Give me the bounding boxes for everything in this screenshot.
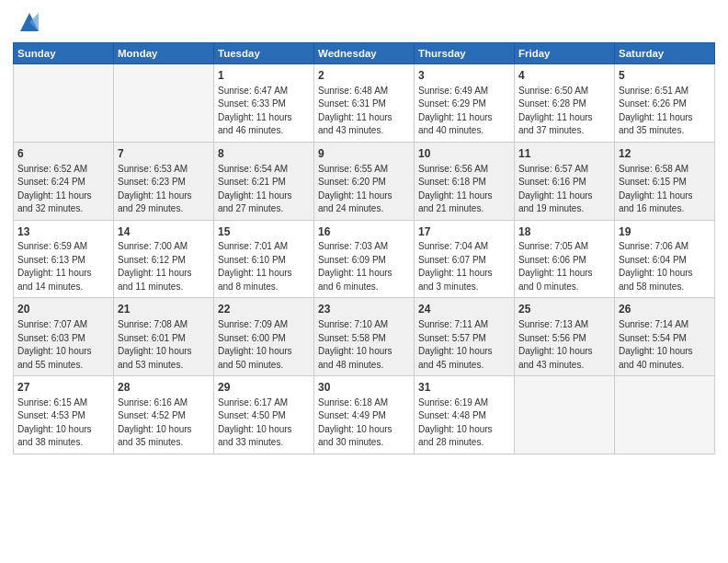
day-number: 25 — [518, 302, 610, 317]
calendar-header-row: SundayMondayTuesdayWednesdayThursdayFrid… — [14, 43, 715, 64]
day-number: 1 — [218, 68, 310, 84]
calendar-cell: 30Sunrise: 6:18 AM Sunset: 4:49 PM Dayli… — [314, 376, 415, 454]
calendar-cell: 4Sunrise: 6:50 AM Sunset: 6:28 PM Daylig… — [515, 64, 615, 143]
calendar-week-row: 20Sunrise: 7:07 AM Sunset: 6:03 PM Dayli… — [14, 298, 715, 376]
day-info: Sunrise: 6:19 AM Sunset: 4:48 PM Dayligh… — [418, 396, 510, 450]
day-number: 10 — [418, 146, 510, 162]
day-info: Sunrise: 7:07 AM Sunset: 6:03 PM Dayligh… — [17, 318, 109, 372]
day-info: Sunrise: 6:16 AM Sunset: 4:52 PM Dayligh… — [118, 396, 210, 450]
day-number: 2 — [318, 68, 410, 84]
day-number: 26 — [619, 302, 711, 317]
calendar-cell: 18Sunrise: 7:05 AM Sunset: 6:06 PM Dayli… — [515, 220, 615, 298]
calendar-cell: 5Sunrise: 6:51 AM Sunset: 6:26 PM Daylig… — [615, 64, 715, 143]
day-info: Sunrise: 6:51 AM Sunset: 6:26 PM Dayligh… — [619, 85, 711, 138]
day-number: 12 — [619, 146, 711, 162]
day-info: Sunrise: 7:10 AM Sunset: 5:58 PM Dayligh… — [318, 318, 410, 372]
day-header-tuesday: Tuesday — [214, 43, 314, 64]
calendar-cell: 21Sunrise: 7:08 AM Sunset: 6:01 PM Dayli… — [114, 298, 214, 376]
calendar-cell: 23Sunrise: 7:10 AM Sunset: 5:58 PM Dayli… — [314, 298, 415, 376]
day-number: 14 — [118, 224, 210, 240]
day-number: 16 — [318, 224, 410, 240]
day-header-saturday: Saturday — [615, 43, 715, 64]
calendar-cell: 12Sunrise: 6:58 AM Sunset: 6:15 PM Dayli… — [615, 142, 715, 220]
day-header-thursday: Thursday — [415, 43, 515, 64]
calendar-cell: 3Sunrise: 6:49 AM Sunset: 6:29 PM Daylig… — [415, 64, 515, 143]
day-info: Sunrise: 6:58 AM Sunset: 6:15 PM Dayligh… — [619, 163, 711, 216]
day-info: Sunrise: 6:18 AM Sunset: 4:49 PM Dayligh… — [318, 396, 410, 450]
calendar-cell: 11Sunrise: 6:57 AM Sunset: 6:16 PM Dayli… — [515, 142, 615, 220]
day-number: 23 — [318, 302, 410, 317]
calendar-cell: 29Sunrise: 6:17 AM Sunset: 4:50 PM Dayli… — [214, 376, 314, 454]
calendar-cell: 2Sunrise: 6:48 AM Sunset: 6:31 PM Daylig… — [314, 64, 415, 143]
day-number: 21 — [118, 302, 210, 317]
day-number: 28 — [118, 380, 210, 396]
day-number: 22 — [218, 302, 310, 317]
day-info: Sunrise: 7:05 AM Sunset: 6:06 PM Dayligh… — [518, 240, 610, 293]
calendar-cell: 15Sunrise: 7:01 AM Sunset: 6:10 PM Dayli… — [214, 220, 314, 298]
day-info: Sunrise: 6:47 AM Sunset: 6:33 PM Dayligh… — [218, 85, 310, 138]
day-info: Sunrise: 6:56 AM Sunset: 6:18 PM Dayligh… — [418, 163, 510, 216]
day-number: 15 — [218, 224, 310, 240]
header — [13, 9, 715, 35]
calendar-week-row: 6Sunrise: 6:52 AM Sunset: 6:24 PM Daylig… — [14, 142, 715, 220]
day-info: Sunrise: 6:15 AM Sunset: 4:53 PM Dayligh… — [17, 396, 109, 450]
calendar-cell: 8Sunrise: 6:54 AM Sunset: 6:21 PM Daylig… — [214, 142, 314, 220]
day-header-sunday: Sunday — [14, 43, 114, 64]
day-number: 9 — [318, 146, 410, 162]
day-info: Sunrise: 6:49 AM Sunset: 6:29 PM Dayligh… — [418, 85, 510, 138]
day-info: Sunrise: 6:50 AM Sunset: 6:28 PM Dayligh… — [518, 85, 610, 138]
calendar-cell — [615, 376, 715, 454]
day-info: Sunrise: 7:06 AM Sunset: 6:04 PM Dayligh… — [619, 240, 711, 293]
calendar-week-row: 27Sunrise: 6:15 AM Sunset: 4:53 PM Dayli… — [14, 376, 715, 454]
day-number: 8 — [218, 146, 310, 162]
day-number: 19 — [619, 224, 711, 240]
calendar-cell: 25Sunrise: 7:13 AM Sunset: 5:56 PM Dayli… — [515, 298, 615, 376]
day-info: Sunrise: 7:13 AM Sunset: 5:56 PM Dayligh… — [518, 318, 610, 372]
day-info: Sunrise: 6:52 AM Sunset: 6:24 PM Dayligh… — [17, 163, 109, 216]
calendar-cell: 26Sunrise: 7:14 AM Sunset: 5:54 PM Dayli… — [615, 298, 715, 376]
day-info: Sunrise: 6:57 AM Sunset: 6:16 PM Dayligh… — [518, 163, 610, 216]
logo — [13, 9, 42, 35]
calendar-cell: 27Sunrise: 6:15 AM Sunset: 4:53 PM Dayli… — [14, 376, 114, 454]
calendar-cell — [14, 64, 114, 143]
day-number: 30 — [318, 380, 410, 396]
calendar-week-row: 1Sunrise: 6:47 AM Sunset: 6:33 PM Daylig… — [14, 64, 715, 143]
calendar-cell: 22Sunrise: 7:09 AM Sunset: 6:00 PM Dayli… — [214, 298, 314, 376]
day-number: 20 — [17, 302, 109, 317]
calendar-cell: 19Sunrise: 7:06 AM Sunset: 6:04 PM Dayli… — [615, 220, 715, 298]
day-header-wednesday: Wednesday — [314, 43, 415, 64]
day-number: 24 — [418, 302, 510, 317]
day-number: 29 — [218, 380, 310, 396]
day-info: Sunrise: 6:54 AM Sunset: 6:21 PM Dayligh… — [218, 163, 310, 216]
day-number: 31 — [418, 380, 510, 396]
day-info: Sunrise: 6:53 AM Sunset: 6:23 PM Dayligh… — [118, 163, 210, 216]
calendar-cell: 28Sunrise: 6:16 AM Sunset: 4:52 PM Dayli… — [114, 376, 214, 454]
day-number: 4 — [518, 68, 610, 84]
calendar-cell: 24Sunrise: 7:11 AM Sunset: 5:57 PM Dayli… — [415, 298, 515, 376]
day-number: 13 — [17, 224, 109, 240]
calendar-cell: 20Sunrise: 7:07 AM Sunset: 6:03 PM Dayli… — [14, 298, 114, 376]
day-number: 18 — [518, 224, 610, 240]
calendar-cell: 17Sunrise: 7:04 AM Sunset: 6:07 PM Dayli… — [415, 220, 515, 298]
day-number: 11 — [518, 146, 610, 162]
day-info: Sunrise: 7:01 AM Sunset: 6:10 PM Dayligh… — [218, 240, 310, 293]
day-info: Sunrise: 7:09 AM Sunset: 6:00 PM Dayligh… — [218, 318, 310, 372]
day-number: 5 — [619, 68, 711, 84]
day-number: 27 — [17, 380, 109, 396]
day-header-monday: Monday — [114, 43, 214, 64]
day-info: Sunrise: 7:11 AM Sunset: 5:57 PM Dayligh… — [418, 318, 510, 372]
calendar-cell — [114, 64, 214, 143]
day-info: Sunrise: 7:00 AM Sunset: 6:12 PM Dayligh… — [118, 240, 210, 293]
calendar-cell: 1Sunrise: 6:47 AM Sunset: 6:33 PM Daylig… — [214, 64, 314, 143]
day-info: Sunrise: 6:59 AM Sunset: 6:13 PM Dayligh… — [17, 240, 109, 293]
day-info: Sunrise: 7:14 AM Sunset: 5:54 PM Dayligh… — [619, 318, 711, 372]
day-number: 7 — [118, 146, 210, 162]
day-info: Sunrise: 7:04 AM Sunset: 6:07 PM Dayligh… — [418, 240, 510, 293]
day-info: Sunrise: 7:03 AM Sunset: 6:09 PM Dayligh… — [318, 240, 410, 293]
day-info: Sunrise: 6:48 AM Sunset: 6:31 PM Dayligh… — [318, 85, 410, 138]
logo-icon — [17, 9, 42, 35]
calendar-cell — [515, 376, 615, 454]
calendar-cell: 10Sunrise: 6:56 AM Sunset: 6:18 PM Dayli… — [415, 142, 515, 220]
day-info: Sunrise: 6:55 AM Sunset: 6:20 PM Dayligh… — [318, 163, 410, 216]
calendar-week-row: 13Sunrise: 6:59 AM Sunset: 6:13 PM Dayli… — [14, 220, 715, 298]
